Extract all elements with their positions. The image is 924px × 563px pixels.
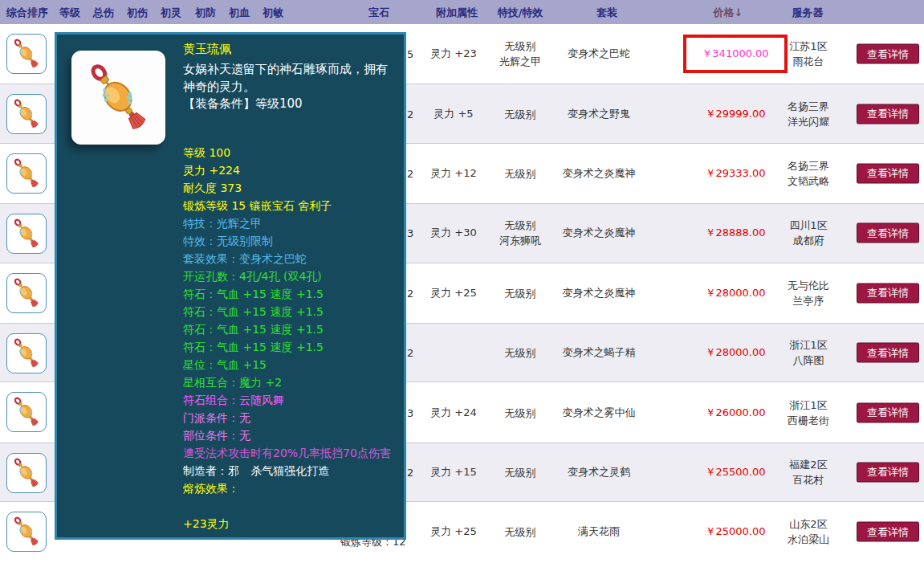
header-col-3[interactable]: 初伤: [127, 6, 148, 20]
tooltip-stat-line-7: 开运孔数：4孔/4孔 (双4孔): [183, 267, 391, 285]
set-bonus-cell: 变身术之巴蛇: [530, 47, 668, 61]
set-bonus-cell: 满天花雨: [530, 524, 668, 539]
tooltip-stat-line-11: 符石：气血 +15 速度 +1.5: [183, 338, 391, 356]
tooltip-stat-line-0: 等级 100: [183, 144, 391, 161]
item-market-page: 综合排序等级总伤初伤初灵初防初血初敏宝石附加属性特技/特效套装价格↓服务器 5 …: [0, 0, 924, 563]
tooltip-stat-line-12: 星位：气血 +15: [183, 356, 391, 373]
set-bonus-cell: 变身术之蝎子精: [530, 345, 668, 360]
jade-pendant-icon: [9, 156, 44, 191]
tooltip-stat-line-4: 特技：光辉之甲: [183, 214, 391, 232]
view-details-button[interactable]: 查看详情: [857, 163, 919, 183]
item-tooltip: 黄玉琉佩 女娲补天遗留下的神石雕琢而成，拥有神奇的灵力。 【装备条件】等级100…: [55, 32, 406, 540]
tooltip-stat-line-6: 套装效果：变身术之巴蛇: [183, 250, 391, 267]
tooltip-stat-line-18: 制造者：邪ゞ杀气猫强化打造: [183, 462, 391, 479]
item-thumbnail[interactable]: [6, 453, 47, 493]
set-bonus-cell: 变身术之炎魔神: [530, 226, 668, 240]
item-thumbnail[interactable]: [6, 512, 47, 552]
tooltip-item-name: 黄玉琉佩: [183, 42, 231, 57]
jade-pendant-icon: [79, 58, 159, 138]
tooltip-stat-line-2: 耐久度 373: [183, 179, 391, 197]
header-col-1[interactable]: 等级: [59, 6, 80, 20]
jade-pendant-icon: [9, 455, 44, 491]
tooltip-stat-line-20: [183, 497, 391, 515]
gem-partial-digit: 2: [407, 347, 420, 359]
server-cell: 山东2区水泊梁山: [768, 516, 849, 547]
tooltip-stat-line-8: 符石：气血 +15 速度 +1.5: [183, 285, 391, 303]
jade-pendant-icon: [9, 36, 44, 71]
jade-pendant-icon: [9, 96, 44, 132]
view-details-button[interactable]: 查看详情: [857, 462, 919, 482]
server-cell: 名扬三界文韬武略: [768, 158, 849, 189]
set-bonus-cell: 变身术之野鬼: [530, 107, 668, 121]
view-details-button[interactable]: 查看详情: [857, 522, 919, 542]
tooltip-item-image: [71, 51, 165, 145]
header-col-2[interactable]: 总伤: [93, 6, 114, 20]
tooltip-stat-line-14: 符石组合：云随风舞: [183, 391, 391, 409]
tooltip-stat-line-15: 门派条件：无: [183, 409, 391, 426]
item-thumbnail[interactable]: [6, 153, 47, 194]
header-col-9[interactable]: 附加属性: [436, 6, 478, 20]
header-col-7[interactable]: 初敏: [263, 6, 283, 20]
view-details-button[interactable]: 查看详情: [857, 44, 919, 64]
server-cell: 江苏1区雨花台: [768, 39, 849, 69]
jade-pendant-icon: [9, 514, 44, 549]
item-thumbnail[interactable]: [6, 392, 47, 432]
view-details-button[interactable]: 查看详情: [857, 343, 919, 363]
tooltip-stat-lines: 等级 100灵力 +224耐久度 373锻炼等级 15 镶嵌宝石 舍利子特技：光…: [183, 144, 391, 532]
item-thumbnail[interactable]: [6, 94, 47, 134]
header-col-13[interactable]: 服务器: [792, 6, 824, 20]
header-col-6[interactable]: 初血: [229, 6, 250, 20]
server-cell: 福建2区百花村: [768, 457, 849, 488]
server-cell: 浙江1区西栅老街: [768, 398, 849, 428]
server-cell: 无与伦比兰亭序: [768, 278, 849, 308]
server-cell: 四川1区成都府: [768, 218, 849, 248]
tooltip-stat-line-3: 锻炼等级 15 镶嵌宝石 舍利子: [183, 197, 391, 214]
set-bonus-cell: 变身术之炎魔神: [530, 166, 668, 181]
tooltip-stat-line-10: 符石：气血 +15 速度 +1.5: [183, 320, 391, 338]
jade-pendant-icon: [9, 394, 44, 430]
header-col-12[interactable]: 价格↓: [714, 6, 743, 20]
server-cell: 浙江1区八阵图: [768, 337, 849, 368]
tooltip-stat-line-16: 部位条件：无: [183, 426, 391, 444]
tooltip-stat-line-21: +23灵力: [183, 515, 391, 532]
view-details-button[interactable]: 查看详情: [857, 283, 919, 303]
tooltip-equip-condition: 【装备条件】等级100: [183, 96, 303, 112]
view-details-button[interactable]: 查看详情: [857, 402, 919, 422]
tooltip-stat-line-17: 遭受法术攻击时有20%几率抵挡70点伤害: [183, 444, 391, 462]
item-thumbnail[interactable]: [6, 34, 47, 74]
tooltip-stat-line-19: 熔炼效果：: [183, 479, 391, 497]
jade-pendant-icon: [9, 216, 44, 251]
item-thumbnail[interactable]: [6, 333, 47, 373]
header-col-11[interactable]: 套装: [596, 6, 617, 20]
item-thumbnail[interactable]: [6, 214, 47, 254]
table-header: 综合排序等级总伤初伤初灵初防初血初敏宝石附加属性特技/特效套装价格↓服务器: [0, 0, 924, 24]
tooltip-stat-line-5: 特效：无级别限制: [183, 232, 391, 250]
header-col-5[interactable]: 初防: [195, 6, 216, 20]
tooltip-stat-line-9: 符石：气血 +15 速度 +1.5: [183, 303, 391, 320]
item-thumbnail[interactable]: [6, 273, 47, 313]
header-col-8[interactable]: 宝石: [368, 6, 389, 20]
jade-pendant-icon: [9, 336, 44, 371]
header-col-10[interactable]: 特技/特效: [498, 6, 543, 20]
set-bonus-cell: 变身术之雾中仙: [530, 406, 668, 420]
tooltip-stat-line-1: 灵力 +224: [183, 161, 391, 179]
tooltip-stat-line-13: 星相互合：魔力 +2: [183, 373, 391, 391]
header-col-0[interactable]: 综合排序: [6, 6, 48, 20]
jade-pendant-icon: [9, 275, 44, 311]
set-bonus-cell: 变身术之炎魔神: [530, 286, 668, 300]
view-details-button[interactable]: 查看详情: [857, 104, 919, 124]
tooltip-item-description: 女娲补天遗留下的神石雕琢而成，拥有神奇的灵力。: [183, 60, 397, 96]
header-col-4[interactable]: 初灵: [161, 6, 181, 20]
set-bonus-cell: 变身术之灵鹤: [530, 465, 668, 479]
view-details-button[interactable]: 查看详情: [857, 223, 919, 243]
server-cell: 名扬三界洋光闪耀: [768, 99, 849, 129]
